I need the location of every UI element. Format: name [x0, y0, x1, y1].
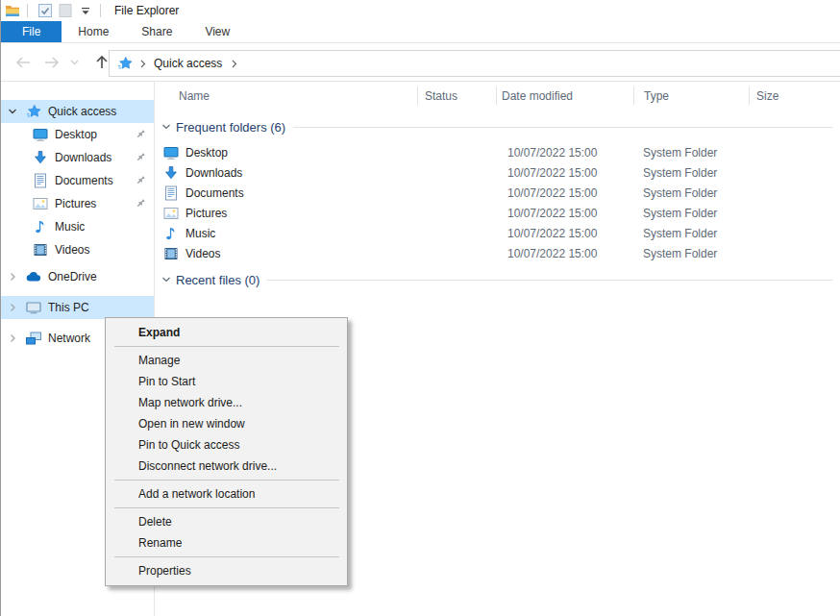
onedrive-icon: [26, 269, 41, 284]
group-rows: Desktop10/07/2022 15:00System FolderDown…: [155, 142, 840, 263]
column-header-status[interactable]: Status: [417, 86, 496, 105]
name-cell: Downloads: [155, 162, 417, 183]
name-cell: Desktop: [155, 142, 417, 162]
file-row-documents[interactable]: Documents10/07/2022 15:00System Folder: [155, 183, 840, 203]
type-cell: System Folder: [633, 183, 749, 203]
tab-file[interactable]: File: [1, 21, 62, 42]
chevron-down-icon[interactable]: [5, 107, 20, 116]
context-menu-item-disconnect-network-drive[interactable]: Disconnect network drive...: [106, 456, 347, 477]
column-header-date-modified[interactable]: Date modified: [496, 86, 633, 105]
file-row-music[interactable]: Music10/07/2022 15:00System Folder: [155, 223, 840, 243]
file-row-downloads[interactable]: Downloads10/07/2022 15:00System Folder: [155, 162, 840, 183]
context-menu-item-map-network-drive[interactable]: Map network drive...: [106, 392, 347, 413]
breadcrumb-segment-quick-access[interactable]: Quick access: [154, 57, 222, 70]
context-menu-item-pin-to-quick-access[interactable]: Pin to Quick access: [106, 434, 347, 456]
forward-button[interactable]: [39, 50, 64, 75]
sidebar-item-pictures[interactable]: Pictures: [1, 192, 154, 215]
cell-text: Documents: [185, 186, 244, 200]
desktop-icon: [33, 127, 48, 142]
context-menu-item-pin-to-start[interactable]: Pin to Start: [106, 371, 347, 392]
sidebar-item-label: Desktop: [55, 128, 97, 141]
context-menu-item-delete[interactable]: Delete: [106, 511, 347, 532]
column-header-type[interactable]: Type: [633, 86, 749, 105]
breadcrumb-chevron-icon[interactable]: [140, 60, 146, 68]
sidebar-item-onedrive[interactable]: OneDrive: [1, 265, 154, 288]
tab-share[interactable]: Share: [125, 21, 188, 42]
tab-view[interactable]: View: [188, 21, 246, 42]
sidebar-item-label: Network: [48, 332, 90, 345]
pictures-icon: [163, 206, 179, 221]
qat-customize-dropdown-icon[interactable]: [77, 2, 94, 19]
cell-text: System Folder: [643, 146, 717, 160]
sidebar-item-label: Quick access: [48, 105, 116, 118]
cell-text: Videos: [185, 247, 220, 260]
breadcrumb-chevron-icon[interactable]: [232, 60, 237, 68]
sidebar-item-documents[interactable]: Documents: [1, 169, 154, 192]
pin-icon: [136, 175, 146, 185]
back-button[interactable]: [11, 50, 36, 75]
group-header-recent-files-0[interactable]: Recent files (0): [161, 271, 840, 288]
sidebar-item-videos[interactable]: Videos: [1, 238, 154, 261]
status-cell: [417, 142, 496, 162]
cell-text: 10/07/2022 15:00: [507, 146, 597, 160]
cell-text: System Folder: [643, 186, 717, 200]
file-row-desktop[interactable]: Desktop10/07/2022 15:00System Folder: [155, 142, 840, 162]
group-chevron-down-icon[interactable]: [161, 122, 171, 132]
cell-text: Pictures: [185, 207, 227, 220]
name-cell: Pictures: [155, 203, 417, 223]
sidebar-item-downloads[interactable]: Downloads: [1, 146, 154, 169]
chevron-right-icon[interactable]: [5, 303, 20, 312]
documents-icon: [33, 173, 48, 188]
column-header-name[interactable]: Name: [155, 86, 417, 105]
sidebar-item-label: This PC: [48, 301, 89, 314]
properties-check-icon[interactable]: [37, 2, 54, 19]
size-cell: [749, 162, 825, 183]
context-menu: ExpandManagePin to StartMap network driv…: [105, 317, 348, 586]
group-chevron-down-icon[interactable]: [161, 275, 171, 284]
new-item-icon[interactable]: [57, 2, 74, 19]
sidebar-item-label: Videos: [55, 243, 89, 257]
date-modified-cell: 10/07/2022 15:00: [496, 243, 633, 263]
recent-locations-dropdown-icon[interactable]: [66, 50, 82, 75]
music-icon: [163, 226, 179, 241]
sidebar-item-desktop[interactable]: Desktop: [1, 123, 154, 146]
date-modified-cell: 10/07/2022 15:00: [496, 142, 633, 162]
file-explorer-logo-icon[interactable]: [4, 2, 21, 19]
size-cell: [749, 142, 825, 162]
cell-text: 10/07/2022 15:00: [507, 166, 597, 180]
sidebar-item-music[interactable]: Music: [1, 215, 154, 238]
menu-separator: [114, 507, 339, 508]
cell-text: Downloads: [185, 166, 242, 180]
context-menu-item-open-in-new-window[interactable]: Open in new window: [106, 413, 347, 434]
file-row-videos[interactable]: Videos10/07/2022 15:00System Folder: [155, 243, 840, 263]
chevron-right-icon[interactable]: [5, 272, 20, 282]
column-header-size[interactable]: Size: [749, 86, 825, 105]
column-header-row: NameStatusDate modifiedTypeSize: [155, 82, 840, 110]
qat-separator: [27, 4, 28, 17]
chevron-right-icon[interactable]: [5, 333, 20, 343]
file-row-pictures[interactable]: Pictures10/07/2022 15:00System Folder: [155, 203, 840, 223]
context-menu-item-rename[interactable]: Rename: [106, 532, 347, 554]
context-menu-item-expand[interactable]: Expand: [106, 322, 347, 343]
context-menu-item-manage[interactable]: Manage: [106, 350, 347, 371]
documents-icon: [163, 185, 179, 201]
network-icon: [26, 331, 41, 346]
group-header-frequent-folders-6[interactable]: Frequent folders (6): [161, 118, 840, 136]
status-cell: [417, 183, 496, 203]
context-menu-item-properties[interactable]: Properties: [106, 560, 347, 581]
type-cell: System Folder: [633, 203, 749, 223]
size-cell: [749, 203, 825, 223]
quick-access-star-icon: [26, 104, 41, 119]
date-modified-cell: 10/07/2022 15:00: [496, 203, 633, 223]
date-modified-cell: 10/07/2022 15:00: [496, 183, 633, 203]
type-cell: System Folder: [633, 243, 749, 263]
address-bar[interactable]: Quick access: [109, 50, 840, 77]
sidebar-item-quick-access[interactable]: Quick access: [1, 100, 154, 123]
sidebar-item-label: Downloads: [55, 151, 111, 164]
ribbon-tab-bar: FileHomeShareView: [1, 21, 840, 43]
tab-home[interactable]: Home: [62, 21, 125, 42]
date-modified-cell: 10/07/2022 15:00: [496, 162, 633, 183]
sidebar-item-label: Music: [55, 220, 85, 234]
context-menu-item-add-a-network-location[interactable]: Add a network location: [106, 483, 347, 505]
sidebar-item-this-pc[interactable]: This PC: [1, 296, 154, 319]
